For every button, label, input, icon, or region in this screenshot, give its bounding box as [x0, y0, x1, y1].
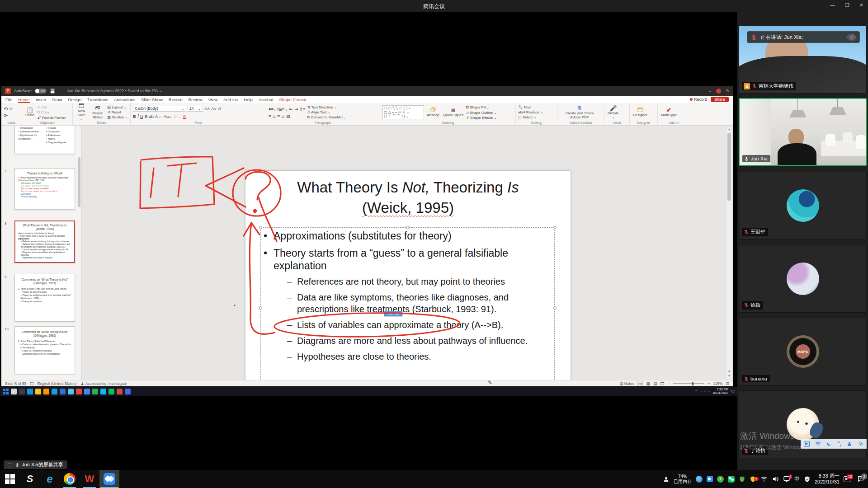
- taskbar-app-icon[interactable]: [52, 389, 57, 394]
- tab-draw[interactable]: Draw: [52, 97, 62, 102]
- resize-handle[interactable]: [553, 306, 557, 310]
- tab-review[interactable]: Review: [188, 97, 202, 102]
- taskbar-app-icon[interactable]: [76, 389, 82, 394]
- participant-video-tile[interactable]: 正在讲话: Jun Xia; 吉林大学鞠晓伟: [739, 26, 867, 94]
- taskbar-ie-icon[interactable]: e: [40, 470, 60, 488]
- ime-language-indicator[interactable]: 中: [794, 475, 800, 483]
- accessibility-status[interactable]: Accessibility: Investigate: [80, 381, 127, 386]
- zoom-in-icon[interactable]: +: [708, 381, 710, 386]
- ime-punctuation[interactable]: °,: [838, 441, 841, 447]
- taskbar-app-icon[interactable]: [60, 389, 66, 394]
- taskbar-app-icon[interactable]: [43, 389, 49, 394]
- display-settings-icon[interactable]: 🗔: [30, 381, 34, 386]
- bold-button[interactable]: B: [133, 114, 136, 119]
- tab-view[interactable]: View: [208, 97, 217, 102]
- strikethrough-button[interactable]: S: [145, 114, 147, 119]
- display-alert-icon[interactable]: !: [783, 475, 790, 483]
- tab-add-ins[interactable]: Add-ins: [223, 97, 238, 102]
- slide-title[interactable]: What Theory Is Not, Theorizing Is (Weick…: [245, 177, 571, 218]
- font-color-button[interactable]: A: [183, 113, 186, 119]
- shrink-font-icon[interactable]: A˅: [211, 106, 217, 111]
- change-case-icon[interactable]: Aa⌄: [164, 114, 173, 119]
- taskbar-app-s-icon[interactable]: S: [20, 470, 40, 488]
- reset-button[interactable]: ↺ Reset: [108, 110, 128, 114]
- account-avatar[interactable]: [716, 89, 721, 94]
- resize-handle[interactable]: [259, 226, 262, 229]
- tray-icon[interactable]: ▫: [708, 389, 710, 394]
- tab-slide-show[interactable]: Slide Show: [141, 97, 163, 102]
- taskbar-app-icon[interactable]: [11, 389, 17, 394]
- autosave-toggle[interactable]: On: [35, 89, 47, 94]
- resize-handle[interactable]: [259, 306, 262, 310]
- presenter-notification-icon[interactable]: 🗨: [731, 389, 735, 394]
- normal-view-icon[interactable]: ▭: [637, 381, 643, 386]
- ime-person-icon[interactable]: [847, 441, 852, 446]
- numbering-button[interactable]: №≡⌄: [277, 107, 288, 112]
- tab-insert[interactable]: Insert: [36, 97, 47, 102]
- slideshow-icon[interactable]: 🗖: [660, 381, 664, 386]
- select-button[interactable]: ⬚ Select ⌄: [518, 115, 543, 119]
- ime-moon-icon[interactable]: [826, 441, 832, 446]
- layout-button[interactable]: ▤ Layout ⌄: [108, 105, 128, 109]
- quick-styles-button[interactable]: 🗉Quick Styles: [442, 107, 464, 117]
- globe-tray-icon[interactable]: [696, 476, 703, 483]
- resize-handle[interactable]: [406, 226, 409, 229]
- volume-icon[interactable]: [772, 475, 779, 483]
- shape-outline-button[interactable]: ▱ Shape Outline ⌄: [466, 111, 497, 115]
- ime-gear-icon[interactable]: [858, 441, 863, 446]
- shape-effects-button[interactable]: ❖ Shape Effects ⌄: [466, 116, 497, 120]
- copy-button[interactable]: ⧉ Copy: [37, 110, 66, 115]
- char-spacing-icon[interactable]: A⇔: [155, 114, 162, 119]
- restore-button[interactable]: ❐: [845, 2, 849, 8]
- indent-decrease-icon[interactable]: ⇤: [289, 107, 293, 112]
- save-icon[interactable]: 💾: [50, 89, 55, 94]
- tab-shape-format[interactable]: Shape Format: [279, 97, 307, 102]
- font-size-combo[interactable]: 24⌄: [188, 106, 203, 112]
- participant-video-tile[interactable]: 徐颖: [739, 245, 867, 313]
- redo-icon[interactable]: ⟳: [4, 113, 12, 119]
- zoom-out-icon[interactable]: −: [667, 381, 670, 386]
- justify-icon[interactable]: ≣: [281, 113, 285, 118]
- tab-record[interactable]: Record: [169, 97, 183, 102]
- paste-button[interactable]: 📋Paste: [24, 107, 35, 117]
- notes-toggle[interactable]: ▤ Notes: [619, 381, 634, 386]
- highlight-button[interactable]: 🖊⌄: [174, 114, 181, 119]
- taskbar-clock[interactable]: 8:33 周一2022/10/31: [815, 473, 840, 485]
- shadow-button[interactable]: ab: [149, 114, 154, 119]
- reuse-slides-button[interactable]: 🗗Reuse Slides: [90, 105, 106, 119]
- taskbar-app-icon[interactable]: [35, 389, 41, 394]
- slide-sorter-icon[interactable]: ▦: [646, 381, 650, 386]
- participant-video-tile-active[interactable]: Jun Xia: [739, 98, 867, 166]
- text-direction-button[interactable]: ⇅ Text Direction ⌄: [307, 105, 345, 109]
- indent-increase-icon[interactable]: ⇥: [294, 107, 298, 112]
- memory-monitor[interactable]: 74%已用内存: [674, 474, 692, 484]
- line-spacing-icon[interactable]: ⇕≡: [299, 107, 306, 112]
- taskbar-meeting-icon[interactable]: [99, 470, 119, 488]
- section-button[interactable]: ▥ Section ⌄: [108, 115, 128, 119]
- columns-icon[interactable]: ▤: [286, 113, 290, 118]
- action-center-icon[interactable]: 3: [857, 475, 864, 483]
- tab-file[interactable]: File: [5, 97, 12, 102]
- smartart-button[interactable]: ⧉ Convert to SmartArt ⌄: [307, 115, 345, 120]
- reading-view-icon[interactable]: ▤: [653, 381, 657, 386]
- security-shield-icon[interactable]: [739, 476, 745, 483]
- thumbnail-slide-8-selected[interactable]: What Theory Is Not, Theorizing Is(Weick,…: [14, 221, 75, 263]
- language-indicator[interactable]: English (United States): [38, 381, 77, 386]
- slide-canvas[interactable]: What Theory Is Not, Theorizing Is (Weick…: [245, 171, 571, 386]
- thumbnail-scrollbar[interactable]: [78, 157, 80, 207]
- taskbar-app-icon[interactable]: [117, 389, 123, 394]
- align-text-button[interactable]: ⇳ Align Text ⌄: [307, 110, 345, 114]
- resize-handle[interactable]: [553, 226, 557, 229]
- undo-icon[interactable]: ⟲ ˅: [4, 106, 12, 112]
- taskbar-app-icon[interactable]: [125, 389, 131, 394]
- clear-format-icon[interactable]: A̸: [218, 106, 221, 111]
- dictate-button[interactable]: 🎤Dictate ⌄: [607, 105, 620, 120]
- tab-design[interactable]: Design: [68, 97, 82, 102]
- zoom-slider[interactable]: [673, 383, 704, 384]
- align-right-icon[interactable]: ≡: [278, 113, 280, 118]
- tab-animations[interactable]: Animations: [114, 97, 135, 102]
- mathtype-button[interactable]: ✔MathType: [660, 107, 678, 117]
- tab-transitions[interactable]: Transitions: [87, 97, 108, 102]
- italic-button[interactable]: I: [137, 114, 139, 118]
- shape-gallery[interactable]: ▭ ▭ ╲ ╲ ▭ ◯ ⌕ ▢ △ ⌐ ⌐ ⇨ ⇩ ⌄ ⬠ ☆ ⌒ ⌒ { } …: [382, 105, 424, 119]
